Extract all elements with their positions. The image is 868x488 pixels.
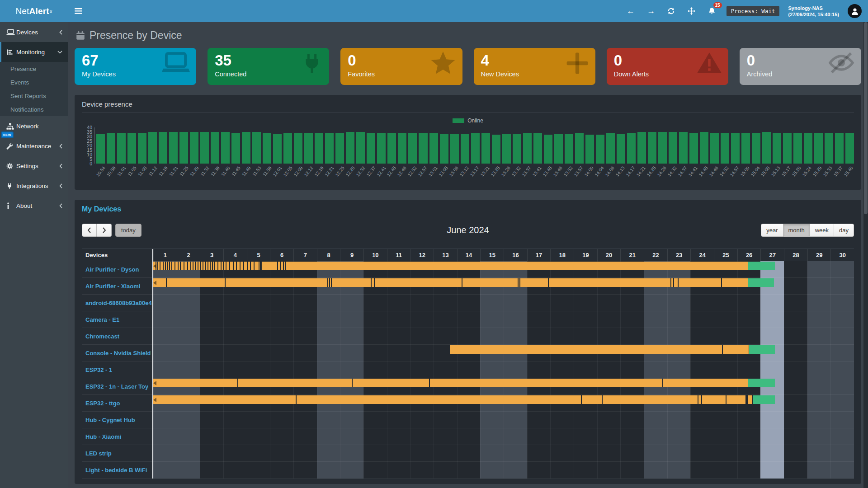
user-avatar[interactable] xyxy=(848,4,862,18)
device-link-air-purifier-xiaomi[interactable]: Air Purifier - Xiaomi xyxy=(85,283,140,290)
sidebar-item-devices[interactable]: Devices xyxy=(0,22,68,42)
hamburger-menu-icon[interactable] xyxy=(68,0,89,22)
chart-bar xyxy=(294,133,302,164)
sidebar-subitem-presence[interactable]: Presence xyxy=(0,62,68,75)
move-icon[interactable] xyxy=(686,5,698,17)
calendar-nav xyxy=(82,224,112,237)
x-tick-label: 12:16 xyxy=(313,165,324,177)
calendar-next-button[interactable] xyxy=(97,224,112,237)
stat-card-favorites[interactable]: 0Favorites xyxy=(340,48,462,85)
device-link-console-nvidia-shield-tv[interactable]: Console - Nvidia Shield TV xyxy=(85,350,152,357)
scrollbar-thumb[interactable] xyxy=(864,22,868,214)
sidebar-item-maintenance[interactable]: NEWMaintenance xyxy=(0,136,68,156)
day-header-4: 4 xyxy=(223,249,247,261)
x-tick-label: 11:45 xyxy=(231,165,241,177)
calendar-today-button[interactable]: today xyxy=(115,224,142,237)
x-tick-label: 11:53 xyxy=(251,165,262,177)
device-row: ESP32 - ttgo xyxy=(82,395,152,412)
device-link-esp32-ttgo[interactable]: ESP32 - ttgo xyxy=(85,400,120,407)
chevron-left-icon xyxy=(57,203,62,208)
device-link-hub-cygnet-hub[interactable]: Hub - Cygnet Hub xyxy=(85,417,135,423)
notifications-bell-icon[interactable]: 15 xyxy=(706,5,718,17)
nav-back-icon[interactable]: ← xyxy=(625,5,637,17)
page-scrollbar[interactable] xyxy=(863,22,868,488)
chart-bar xyxy=(325,133,334,164)
app-logo[interactable]: NetAlertx xyxy=(0,0,68,22)
device-link-esp32-1n-laser-toy[interactable]: ESP32 - 1n - Laser Toy xyxy=(85,383,148,390)
presence-gap-tick xyxy=(203,262,203,270)
view-button-month[interactable]: month xyxy=(783,224,810,237)
device-link-camera-e1[interactable]: Camera - E1 xyxy=(85,316,119,323)
day-header-23: 23 xyxy=(667,249,691,261)
stat-card-archived[interactable]: 0Archived xyxy=(740,48,861,85)
x-tick-label: 11:01 xyxy=(116,165,127,177)
x-tick-label: 13:52 xyxy=(563,165,574,177)
gantt-row-camera-e1 xyxy=(153,311,854,328)
presence-gap-tick xyxy=(701,395,702,404)
device-link-light-bedside-b-wifi[interactable]: Light - bedside B WiFi xyxy=(85,467,147,474)
x-tick-label: 14:28 xyxy=(656,165,667,177)
presence-gap-tick xyxy=(581,395,582,404)
presence-gap-tick xyxy=(331,278,332,287)
stat-card-my-devices[interactable]: 67My Devices xyxy=(75,48,196,85)
main-content: Presence by Device 67My Devices35Connect… xyxy=(68,22,868,488)
device-link-android-68608b93a00e4[interactable]: android-68608b93a00e4 xyxy=(85,300,152,306)
view-button-day[interactable]: day xyxy=(834,224,854,237)
stat-card-new-devices[interactable]: 4New Devices xyxy=(474,48,595,85)
day-header-27: 27 xyxy=(760,249,784,261)
nav-forward-icon[interactable]: → xyxy=(645,5,657,17)
stat-card-down-alerts[interactable]: 0Down Alerts xyxy=(607,48,728,85)
presence-bar-online xyxy=(753,395,775,404)
calendar-prev-button[interactable] xyxy=(82,224,97,237)
chart-bar xyxy=(356,132,365,164)
presence-gap-tick xyxy=(212,262,213,270)
sidebar-section-monitoring: MonitoringPresenceEventsSent ReportsNoti… xyxy=(0,42,68,116)
x-tick-label: 15:13 xyxy=(770,165,781,177)
sidebar-subitem-notifications[interactable]: Notifications xyxy=(0,103,68,116)
chart-bar xyxy=(565,134,573,164)
x-tick-label: 14:25 xyxy=(646,165,656,177)
plug-icon xyxy=(6,183,16,189)
sidebar-item-integrations[interactable]: Integrations xyxy=(0,176,68,196)
device-link-air-purifier-dyson[interactable]: Air Purifier - Dyson xyxy=(85,266,139,273)
presence-gap-tick xyxy=(205,262,206,270)
chart-bar xyxy=(190,132,198,164)
view-button-year[interactable]: year xyxy=(761,224,783,237)
presence-gap-tick xyxy=(670,278,671,287)
chart-bar xyxy=(304,133,313,164)
chart-legend[interactable]: Online xyxy=(82,117,854,125)
refresh-icon[interactable] xyxy=(665,5,677,17)
stat-card-connected[interactable]: 35Connected xyxy=(208,48,329,85)
sidebar-subitem-sent-reports[interactable]: Sent Reports xyxy=(0,89,68,103)
chart-bar xyxy=(523,133,532,164)
presence-gap-tick xyxy=(260,262,261,270)
device-link-esp32-1[interactable]: ESP32 - 1 xyxy=(85,366,112,373)
sidebar-item-about[interactable]: About xyxy=(0,196,68,216)
sidebar-item-monitoring[interactable]: Monitoring xyxy=(0,42,68,62)
chart-bar xyxy=(762,132,771,164)
sidebar-item-label: Integrations xyxy=(16,183,57,189)
gantt-row-air-purifier-xiaomi xyxy=(153,278,854,295)
star-icon xyxy=(430,52,456,76)
laptop-icon xyxy=(6,29,16,36)
device-row: Hub - Xiaomi xyxy=(82,428,152,445)
view-button-week[interactable]: week xyxy=(810,224,834,237)
day-header-29: 29 xyxy=(807,249,831,261)
host-name: Synology-NAS xyxy=(788,5,839,11)
process-status-badge[interactable]: Process: Wait xyxy=(726,6,780,16)
bar-start-marker-icon xyxy=(153,381,156,385)
presence-gap-tick xyxy=(190,262,191,270)
device-link-led-strip[interactable]: LED strip xyxy=(85,450,112,457)
chart-bar xyxy=(221,132,230,164)
device-link-hub-xiaomi[interactable]: Hub - Xiaomi xyxy=(85,433,121,440)
x-tick-label: 15:17 xyxy=(781,165,792,177)
sidebar-item-settings[interactable]: Settings xyxy=(0,156,68,176)
device-link-chromecast[interactable]: Chromecast xyxy=(85,333,119,340)
x-tick-label: 12:12 xyxy=(303,165,314,177)
brand-sup: x xyxy=(50,9,52,14)
sidebar-subitem-events[interactable]: Events xyxy=(0,75,68,89)
presence-gap-tick xyxy=(698,395,698,404)
warning-icon xyxy=(697,52,722,74)
x-tick-label: 10:56 xyxy=(106,165,117,177)
x-tick-label: 14:21 xyxy=(635,165,646,177)
